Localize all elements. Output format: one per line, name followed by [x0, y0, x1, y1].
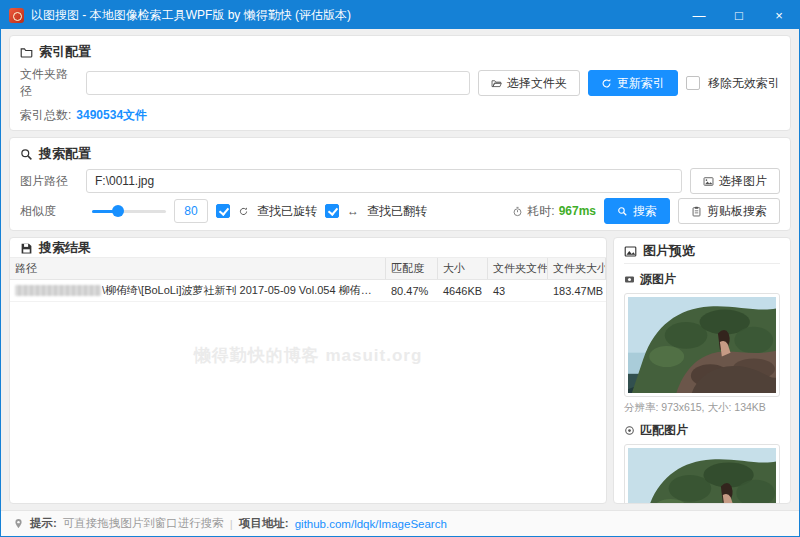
preview-icon: [624, 245, 637, 258]
status-separator: |: [230, 518, 233, 530]
window-title: 以图搜图 - 本地图像检索工具WPF版 by 懒得勤快 (评估版本): [31, 7, 679, 24]
result-match: 80.47%: [386, 280, 438, 301]
column-match[interactable]: 匹配度: [386, 258, 438, 279]
index-config-header: 索引配置: [20, 42, 780, 62]
find-flipped-label: 查找已翻转: [367, 203, 427, 220]
rotate-icon: [238, 206, 249, 217]
remove-invalid-label: 移除无效索引: [708, 75, 780, 92]
find-rotated-checkbox[interactable]: [216, 204, 230, 218]
remove-invalid-checkbox[interactable]: [686, 76, 700, 90]
search-button[interactable]: 搜索: [604, 198, 670, 224]
matched-image-label: 匹配图片: [640, 422, 688, 439]
image-preview-card: 图片预览 源图片: [613, 237, 791, 504]
column-size[interactable]: 大小: [438, 258, 488, 279]
project-link[interactable]: github.com/ldqk/ImageSearch: [295, 518, 447, 530]
search-results-card: 搜索结果 路径 匹配度 大小 文件夹文件数 文件夹大小 \柳侑绮\[BoLoLi…: [9, 237, 607, 504]
source-image-label-row: 源图片: [624, 271, 780, 288]
search-config-title: 搜索配置: [39, 145, 91, 163]
image-icon: [703, 176, 714, 187]
elapsed-value: 967ms: [559, 204, 596, 218]
statusbar: 提示: 可直接拖拽图片到窗口进行搜索 | 项目地址: github.com/ld…: [1, 510, 799, 536]
search-button-icon: [617, 206, 628, 217]
folder-icon: [20, 46, 33, 59]
result-folder-count: 43: [488, 280, 548, 301]
index-config-card: 索引配置 文件夹路径 选择文件夹 更新索引: [9, 35, 791, 131]
index-config-title: 索引配置: [39, 43, 91, 61]
result-folder-size: 183.47MB: [548, 280, 606, 301]
matched-image-preview[interactable]: [624, 444, 780, 504]
bottom-area: 搜索结果 路径 匹配度 大小 文件夹文件数 文件夹大小 \柳侑绮\[BoLoLi…: [9, 237, 791, 504]
app-icon: [9, 8, 24, 23]
result-path: \柳侑绮\[BoLoLi]波萝社新刊 2017-05-09 Vol.054 柳侑…: [102, 283, 381, 298]
similarity-row: 相似度 80 查找已旋转 ↔ 查找已翻转: [20, 198, 780, 224]
similarity-label: 相似度: [20, 203, 78, 220]
choose-folder-button[interactable]: 选择文件夹: [478, 70, 580, 96]
result-row[interactable]: \柳侑绮\[BoLoLi]波萝社新刊 2017-05-09 Vol.054 柳侑…: [10, 280, 606, 302]
find-rotated-label: 查找已旋转: [257, 203, 317, 220]
clipboard-search-button[interactable]: 剪贴板搜索: [678, 198, 780, 224]
folder-open-icon: [491, 78, 502, 89]
index-total-value: 3490534文件: [76, 107, 147, 124]
tip-text: 可直接拖拽图片到窗口进行搜索: [63, 516, 224, 531]
image-path-input[interactable]: [86, 169, 682, 193]
tip-label: 提示:: [30, 516, 57, 531]
similarity-slider-thumb[interactable]: [112, 205, 124, 217]
matched-image-label-row: 匹配图片: [624, 422, 780, 439]
result-path-cell: \柳侑绮\[BoLoLi]波萝社新刊 2017-05-09 Vol.054 柳侑…: [10, 280, 386, 301]
elapsed-indicator: 耗时: 967ms: [512, 203, 596, 220]
index-total-row: 索引总数: 3490534文件: [20, 107, 780, 124]
results-header: 搜索结果: [10, 238, 606, 258]
matched-image-icon: [624, 425, 635, 436]
search-config-header: 搜索配置: [20, 144, 780, 164]
app-window: 以图搜图 - 本地图像检索工具WPF版 by 懒得勤快 (评估版本) — □ ×…: [0, 0, 800, 537]
result-size: 4646KB: [438, 280, 488, 301]
refresh-icon: [601, 78, 612, 89]
censored-path-prefix: [15, 285, 101, 296]
index-total-label: 索引总数:: [20, 107, 71, 124]
maximize-button[interactable]: □: [719, 1, 759, 29]
minimize-button[interactable]: —: [679, 1, 719, 29]
matched-image-scene: [628, 448, 776, 504]
update-index-button[interactable]: 更新索引: [588, 70, 678, 96]
project-label: 项目地址:: [239, 516, 289, 531]
titlebar: 以图搜图 - 本地图像检索工具WPF版 by 懒得勤快 (评估版本) — □ ×: [1, 1, 799, 29]
column-folder-size[interactable]: 文件夹大小: [548, 258, 606, 279]
source-image-info: 分辨率: 973x615, 大小: 134KB: [624, 401, 780, 415]
search-actions: 耗时: 967ms 搜索: [512, 198, 780, 224]
similarity-value-input[interactable]: 80: [174, 199, 208, 223]
results-table-header: 路径 匹配度 大小 文件夹文件数 文件夹大小: [10, 258, 606, 280]
window-controls: — □ ×: [679, 1, 799, 29]
folder-path-input[interactable]: [86, 71, 470, 95]
image-path-label: 图片路径: [20, 173, 78, 190]
choose-image-button[interactable]: 选择图片: [690, 168, 780, 194]
flip-icon: ↔: [347, 204, 359, 218]
search-icon: [20, 148, 33, 161]
source-image-scene: [628, 297, 776, 393]
clipboard-icon: [691, 206, 702, 217]
elapsed-label: 耗时:: [527, 203, 554, 220]
source-image-preview[interactable]: [624, 293, 780, 397]
folder-path-label: 文件夹路径: [20, 66, 78, 100]
results-empty-area: 懒得勤快的博客 masuit.org: [10, 302, 606, 503]
watermark: 懒得勤快的博客 masuit.org: [10, 344, 606, 367]
folder-path-row: 文件夹路径 选择文件夹 更新索引 移除无效索引: [20, 66, 780, 100]
stopwatch-icon: [512, 206, 523, 217]
main-content: 索引配置 文件夹路径 选择文件夹 更新索引: [1, 29, 799, 510]
results-icon: [20, 242, 33, 255]
source-image-label: 源图片: [640, 271, 676, 288]
preview-title: 图片预览: [643, 242, 695, 260]
similarity-slider[interactable]: [92, 204, 166, 218]
search-config-card: 搜索配置 图片路径 选择图片 相似度: [9, 137, 791, 231]
column-path[interactable]: 路径: [10, 258, 386, 279]
column-folder-count[interactable]: 文件夹文件数: [488, 258, 548, 279]
source-image-icon: [624, 274, 635, 285]
pin-icon: [13, 518, 24, 529]
find-flipped-checkbox[interactable]: [325, 204, 339, 218]
image-path-row: 图片路径 选择图片: [20, 168, 780, 194]
results-title: 搜索结果: [39, 239, 91, 257]
close-button[interactable]: ×: [759, 1, 799, 29]
preview-header: 图片预览: [624, 244, 780, 264]
